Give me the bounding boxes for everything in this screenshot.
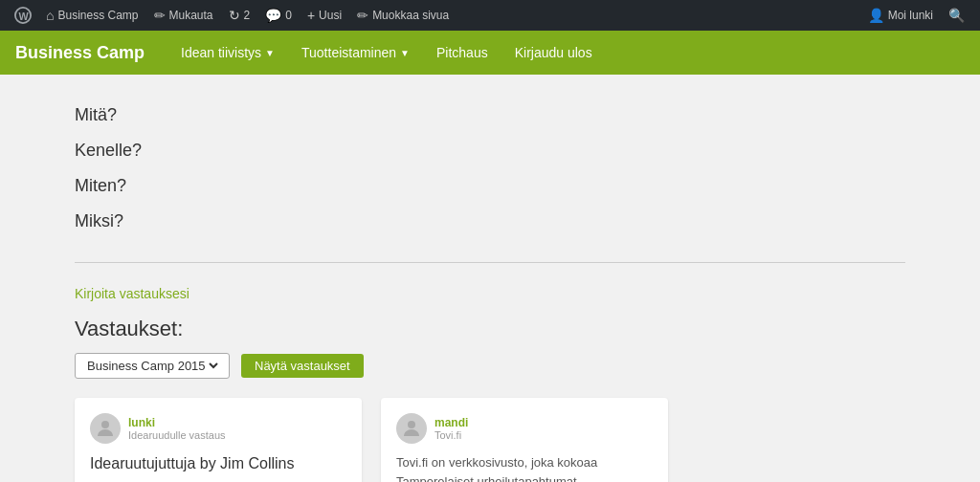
card-username[interactable]: lunki: [128, 416, 226, 429]
card-user-info: mandi Tovi.fi: [434, 416, 468, 441]
main-content: Mitä? Kenelle? Miten? Miksi? Kirjoita va…: [0, 75, 980, 482]
revisions-icon: ↻: [229, 8, 240, 23]
admin-bar-new[interactable]: + Uusi: [300, 0, 349, 31]
answers-heading: Vastaukset:: [75, 317, 905, 341]
admin-bar-site[interactable]: ⌂ Business Camp: [38, 0, 146, 31]
comments-icon: 💬: [265, 8, 281, 23]
nav-item-tuotteistaminen[interactable]: Tuotteistaminen ▼: [288, 31, 423, 75]
admin-bar-customize[interactable]: ✏ Mukauta: [146, 0, 221, 31]
svg-text:W: W: [19, 11, 30, 22]
nav-item-pitchaus[interactable]: Pitchaus: [423, 31, 501, 75]
admin-bar-comments-count: 0: [285, 9, 292, 22]
admin-bar-edit-label: Muokkaa sivua: [372, 9, 449, 22]
nav-item-kirjaudu-ulos[interactable]: Kirjaudu ulos: [501, 31, 606, 75]
admin-bar-customize-label: Mukauta: [169, 9, 213, 22]
filter-dropdown[interactable]: Business Camp 2015: [83, 358, 221, 374]
answer-card: lunki Idearuudulle vastaus Idearuutujutt…: [75, 398, 362, 482]
card-user-row: mandi Tovi.fi: [396, 413, 653, 444]
cards-row: lunki Idearuudulle vastaus Idearuutujutt…: [75, 398, 905, 482]
admin-bar-revisions-count: 2: [244, 9, 251, 22]
show-answers-button[interactable]: Näytä vastaukset: [241, 354, 364, 378]
question-item: Miten?: [75, 176, 905, 196]
nav-item-label: Pitchaus: [436, 45, 488, 60]
write-response-link[interactable]: Kirjoita vastauksesi: [75, 286, 189, 301]
section-divider: [75, 262, 905, 263]
admin-bar-profile-label: Moi lunki: [888, 9, 933, 22]
new-icon: +: [307, 8, 315, 23]
svg-point-2: [101, 421, 109, 428]
card-username[interactable]: mandi: [434, 416, 468, 429]
question-item: Miksi?: [75, 211, 905, 231]
admin-bar-revisions[interactable]: ↻ 2: [221, 0, 258, 31]
card-action: Tovi.fi: [434, 429, 468, 441]
card-excerpt: Tovi.fi on verkkosivusto, joka kokoaa Ta…: [396, 453, 653, 482]
admin-bar-edit[interactable]: ✏ Muokkaa sivua: [349, 0, 457, 31]
question-item: Kenelle?: [75, 141, 905, 161]
admin-bar-search[interactable]: 🔍: [941, 0, 972, 31]
nav-item-label: Tuotteistaminen: [301, 45, 396, 60]
customize-icon: ✏: [154, 8, 166, 23]
site-nav: Business Camp Idean tiivistys ▼ Tuotteis…: [0, 31, 980, 75]
edit-icon: ✏: [357, 8, 368, 23]
card-title: Idearuutujuttuja by Jim Collins: [90, 453, 346, 474]
card-action: Idearuudulle vastaus: [128, 429, 226, 441]
avatar: [90, 413, 121, 444]
search-icon: 🔍: [948, 8, 965, 23]
content-area: Mitä? Kenelle? Miten? Miksi? Kirjoita va…: [59, 105, 921, 482]
admin-bar-right: 👤 Moi lunki 🔍: [860, 0, 972, 31]
admin-bar-profile[interactable]: 👤 Moi lunki: [860, 0, 941, 31]
question-list: Mitä? Kenelle? Miten? Miksi?: [75, 105, 905, 231]
profile-icon: 👤: [868, 8, 884, 23]
admin-bar: W ⌂ Business Camp ✏ Mukauta ↻ 2 💬 0 + Uu…: [0, 0, 980, 31]
card-user-row: lunki Idearuudulle vastaus: [90, 413, 346, 444]
avatar: [396, 413, 427, 444]
admin-bar-site-label: Business Camp: [57, 9, 138, 22]
filter-row: Business Camp 2015 Näytä vastaukset: [75, 353, 905, 379]
site-title[interactable]: Business Camp: [15, 43, 145, 63]
nav-item-label: Idean tiivistys: [181, 45, 261, 60]
nav-item-idean-tiivistys[interactable]: Idean tiivistys ▼: [167, 31, 288, 75]
admin-bar-new-label: Uusi: [319, 9, 342, 22]
wp-logo[interactable]: W: [8, 0, 38, 31]
chevron-down-icon: ▼: [265, 48, 275, 58]
svg-point-3: [408, 421, 415, 428]
answer-card: mandi Tovi.fi Tovi.fi on verkkosivusto, …: [381, 398, 668, 482]
filter-select-wrapper[interactable]: Business Camp 2015: [75, 353, 230, 379]
admin-bar-comments[interactable]: 💬 0: [257, 0, 300, 31]
home-icon: ⌂: [46, 8, 54, 23]
question-item: Mitä?: [75, 105, 905, 125]
nav-item-label: Kirjaudu ulos: [515, 45, 592, 60]
card-user-info: lunki Idearuudulle vastaus: [128, 416, 226, 441]
chevron-down-icon: ▼: [400, 48, 410, 58]
